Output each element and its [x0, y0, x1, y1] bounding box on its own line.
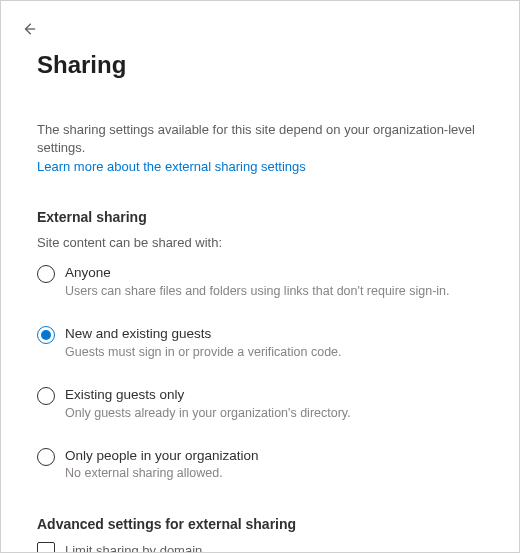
intro-text: The sharing settings available for this … [37, 121, 483, 157]
radio-option-anyone[interactable]: Anyone Users can share files and folders… [37, 264, 483, 299]
radio-label: Existing guests only [65, 386, 483, 404]
radio-label: Anyone [65, 264, 483, 282]
radio-option-new-existing-guests[interactable]: New and existing guests Guests must sign… [37, 325, 483, 360]
checkbox-box[interactable] [37, 542, 55, 553]
radio-option-existing-guests[interactable]: Existing guests only Only guests already… [37, 386, 483, 421]
arrow-left-icon [22, 22, 36, 36]
learn-more-link[interactable]: Learn more about the external sharing se… [37, 159, 306, 174]
checkbox-label: Limit sharing by domain [65, 543, 202, 553]
radio-button[interactable] [37, 326, 55, 344]
radio-button[interactable] [37, 448, 55, 466]
radio-label: Only people in your organization [65, 447, 483, 465]
radio-description: No external sharing allowed. [65, 465, 483, 481]
advanced-heading: Advanced settings for external sharing [37, 516, 483, 532]
page-title: Sharing [37, 51, 483, 79]
radio-option-org-only[interactable]: Only people in your organization No exte… [37, 447, 483, 482]
radio-description: Only guests already in your organization… [65, 405, 483, 421]
radio-button[interactable] [37, 265, 55, 283]
back-button[interactable] [19, 19, 39, 39]
checkbox-limit-sharing[interactable]: Limit sharing by domain [37, 542, 483, 553]
external-sharing-heading: External sharing [37, 209, 483, 225]
radio-description: Guests must sign in or provide a verific… [65, 344, 483, 360]
external-sharing-subtext: Site content can be shared with: [37, 235, 483, 250]
radio-button[interactable] [37, 387, 55, 405]
radio-label: New and existing guests [65, 325, 483, 343]
radio-description: Users can share files and folders using … [65, 283, 483, 299]
